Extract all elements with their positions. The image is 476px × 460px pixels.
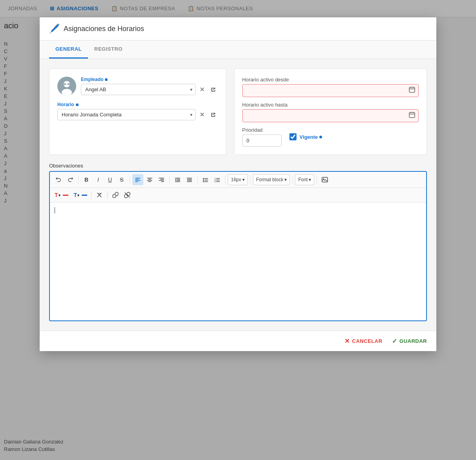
svg-rect-7: [409, 112, 415, 118]
bg-color-icon: T: [74, 192, 77, 198]
schedule-dates-card: Horario activo desde Horario activo h: [234, 68, 427, 155]
horario-required-dot: [76, 103, 79, 106]
bold-button[interactable]: B: [81, 174, 92, 185]
desde-input[interactable]: [242, 84, 419, 97]
priority-group: Prioridad: [242, 127, 282, 147]
svg-rect-4: [68, 83, 70, 85]
text-color-button[interactable]: T ▾: [53, 191, 62, 199]
align-center-button[interactable]: [144, 174, 155, 185]
vigente-label: Vigente: [300, 134, 322, 140]
bg-color-chevron-icon: ▾: [77, 193, 79, 197]
editor-area[interactable]: [50, 202, 426, 320]
format-block-dropdown[interactable]: Format block ▾: [253, 174, 290, 185]
employee-open-button[interactable]: [209, 86, 218, 94]
modal-body: Empleado Angel AB ✕: [40, 59, 436, 331]
font-size-dropdown[interactable]: 16px ▾: [228, 174, 248, 185]
modal-header: 🖊️ Asignaciones de Horarios: [40, 17, 436, 40]
desde-input-wrapper: [242, 84, 419, 97]
toolbar-divider-9: [91, 191, 92, 199]
observaciones-label: Observaciones: [49, 163, 427, 169]
editor-toolbar-row2: T ▾ T ▾: [50, 188, 426, 202]
font-chevron-icon: ▾: [309, 177, 311, 182]
observaciones-section: Observaciones B I: [49, 163, 427, 321]
italic-button[interactable]: I: [93, 174, 104, 185]
strikethrough-button[interactable]: S: [116, 174, 127, 185]
desde-calendar-button[interactable]: [408, 86, 416, 95]
desde-group: Horario activo desde: [242, 77, 419, 97]
form-row: Empleado Angel AB ✕: [49, 68, 427, 155]
format-block-chevron-icon: ▾: [284, 177, 287, 182]
font-size-chevron-icon: ▾: [242, 177, 245, 182]
toolbar-divider-8: [317, 176, 317, 184]
vigente-checkbox[interactable]: [289, 133, 297, 140]
text-color-icon: T: [55, 192, 58, 198]
font-size-value: 16px: [231, 177, 241, 182]
svg-point-29: [203, 180, 204, 181]
unlink-button[interactable]: [122, 190, 133, 201]
hasta-group: Horario activo hasta: [242, 102, 419, 122]
save-button[interactable]: ✓ GUARDAR: [392, 337, 427, 345]
employee-row: Empleado Angel AB ✕: [57, 77, 218, 96]
priority-vigente-row: Prioridad Vigente: [242, 127, 419, 147]
cancel-icon: ✕: [344, 337, 350, 345]
image-button[interactable]: [319, 174, 330, 185]
format-block-value: Format block: [256, 177, 283, 182]
toolbar-divider-5: [225, 176, 225, 184]
horario-label: Horario: [57, 102, 218, 107]
employee-required-dot: [105, 78, 108, 81]
employee-card: Empleado Angel AB ✕: [49, 68, 226, 155]
prioridad-label: Prioridad: [242, 127, 282, 133]
toolbar-divider-3: [169, 176, 170, 184]
hasta-label: Horario activo hasta: [242, 102, 419, 108]
svg-rect-40: [322, 177, 328, 182]
cancel-label: CANCELAR: [352, 338, 383, 344]
redo-button[interactable]: [65, 174, 76, 185]
unordered-list-button[interactable]: [200, 174, 211, 185]
horario-open-button[interactable]: [209, 111, 218, 119]
tab-general[interactable]: GENERAL: [49, 40, 88, 59]
modal-dialog: 🖊️ Asignaciones de Horarios GENERAL REGI…: [40, 17, 436, 351]
indent-button[interactable]: [172, 174, 183, 185]
svg-line-42: [125, 193, 130, 197]
toolbar-divider-10: [107, 191, 108, 199]
svg-rect-3: [64, 83, 66, 85]
employee-clear-button[interactable]: ✕: [198, 85, 206, 94]
save-label: GUARDAR: [399, 338, 427, 344]
cancel-button[interactable]: ✕ CANCELAR: [344, 337, 382, 345]
save-icon: ✓: [392, 337, 397, 345]
svg-point-30: [203, 181, 204, 182]
toolbar-divider-2: [130, 176, 130, 184]
hasta-input[interactable]: [242, 109, 419, 122]
editor-container: B I U S: [49, 171, 427, 321]
underline-button[interactable]: U: [104, 174, 115, 185]
tab-registro[interactable]: REGISTRO: [88, 40, 129, 59]
modal-footer: ✕ CANCELAR ✓ GUARDAR: [40, 331, 436, 351]
employee-label: Empleado: [81, 77, 218, 82]
vigente-group: Vigente: [289, 133, 322, 140]
font-dropdown[interactable]: Font ▾: [295, 174, 314, 185]
outdent-button[interactable]: [184, 174, 195, 185]
prioridad-input[interactable]: [242, 134, 282, 147]
align-right-button[interactable]: [156, 174, 167, 185]
editor-cursor: [55, 207, 55, 213]
toolbar-divider-6: [250, 176, 251, 184]
bg-color-swatch: [82, 195, 87, 196]
svg-rect-6: [409, 87, 415, 92]
avatar: [57, 77, 76, 96]
align-left-button[interactable]: [132, 174, 143, 185]
modal-title: Asignaciones de Horarios: [64, 25, 144, 33]
employee-select[interactable]: Angel AB: [81, 84, 196, 95]
hasta-calendar-button[interactable]: [408, 111, 416, 120]
modal-tabs: GENERAL REGISTRO: [40, 40, 436, 59]
undo-button[interactable]: [53, 174, 64, 185]
horario-field-row: Horario Jornada Completa ✕: [57, 109, 218, 120]
horario-select[interactable]: Horario Jornada Completa: [57, 109, 196, 120]
employee-select-wrapper: Angel AB: [81, 84, 196, 95]
clear-format-button[interactable]: [94, 190, 105, 201]
toolbar-divider-4: [197, 176, 198, 184]
bg-color-button[interactable]: T ▾: [72, 191, 81, 199]
horario-clear-button[interactable]: ✕: [198, 110, 206, 119]
horario-group: Horario Horario Jornada Completa ✕: [57, 102, 218, 120]
link-button[interactable]: [110, 190, 121, 201]
ordered-list-button[interactable]: 1.2.3.: [212, 174, 223, 185]
